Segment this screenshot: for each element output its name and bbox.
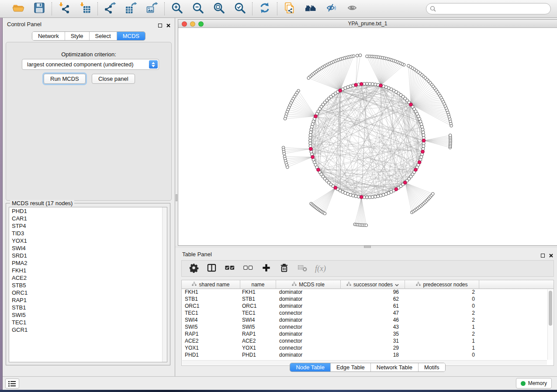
graph-node[interactable]: [323, 212, 326, 215]
graph-mcds-node[interactable]: [360, 196, 363, 199]
mcds-result-list[interactable]: PHD1CAR1STP4TID3YOX1SWI4SRD1PMA2FKH1ACE2…: [9, 207, 167, 362]
table-cell[interactable]: 62: [341, 296, 405, 303]
graph-node[interactable]: [354, 195, 357, 198]
tab-network[interactable]: Network: [32, 32, 65, 40]
column-header-MCDS-role[interactable]: MCDS role: [276, 280, 341, 289]
first-neighbors-button[interactable]: [304, 2, 318, 16]
table-cell[interactable]: SWI4: [182, 317, 240, 324]
table-cell[interactable]: 61: [341, 303, 405, 310]
export-network-button[interactable]: [103, 2, 117, 16]
graph-node[interactable]: [284, 117, 287, 120]
graph-node[interactable]: [310, 128, 313, 131]
table-cell[interactable]: 1: [405, 324, 479, 331]
import-network-button[interactable]: [57, 2, 71, 16]
table-row[interactable]: SWI5SWI5connector431: [182, 324, 547, 331]
export-table-button[interactable]: [124, 2, 138, 16]
tab-edge-table[interactable]: Edge Table: [331, 363, 371, 371]
graph-node[interactable]: [422, 134, 425, 137]
vertical-splitter-handle[interactable]: [176, 194, 177, 201]
scrollbar-thumb[interactable]: [549, 291, 552, 326]
table-cell[interactable]: dominator: [276, 296, 341, 303]
graph-mcds-node[interactable]: [309, 147, 313, 151]
table-row[interactable]: PHD1PHD1dominator180: [182, 352, 547, 359]
graph-mcds-node[interactable]: [334, 186, 337, 189]
float-panel-icon[interactable]: [158, 24, 162, 28]
graph-node[interactable]: [356, 54, 359, 57]
table-row[interactable]: TEC1TEC1connector472: [182, 310, 547, 317]
tab-node-table[interactable]: Node Table: [290, 363, 331, 371]
table-cell[interactable]: STB1: [182, 296, 240, 303]
minimize-window-icon[interactable]: [190, 21, 195, 27]
close-panel-icon[interactable]: [166, 21, 170, 29]
mcds-result-item[interactable]: RAP1: [9, 296, 167, 304]
graph-node[interactable]: [309, 131, 312, 134]
graph-node[interactable]: [307, 76, 310, 79]
table-cell[interactable]: ACE2: [182, 338, 240, 345]
memory-button[interactable]: Memory: [516, 378, 552, 389]
table-row[interactable]: YOX1YOX1connector291: [182, 345, 547, 352]
graph-node[interactable]: [286, 166, 289, 169]
table-row[interactable]: ORC1ORC1dominator610: [182, 303, 547, 310]
maximize-window-icon[interactable]: [198, 21, 204, 27]
delete-column-button[interactable]: [279, 263, 289, 275]
table-cell[interactable]: 1: [405, 345, 479, 352]
table-cell[interactable]: 2: [405, 317, 479, 324]
column-header-shared-name[interactable]: shared name: [182, 280, 240, 289]
table-cell[interactable]: connector: [276, 310, 341, 317]
mcds-result-item[interactable]: TEC1: [9, 319, 167, 326]
table-cell[interactable]: TEC1: [182, 310, 240, 317]
graph-mcds-node[interactable]: [317, 168, 320, 172]
table-cell[interactable]: 2: [405, 331, 479, 338]
mcds-result-item[interactable]: STB1: [9, 304, 167, 311]
graph-mcds-node[interactable]: [421, 150, 425, 154]
close-panel-button[interactable]: Close panel: [92, 74, 135, 84]
close-panel-icon[interactable]: [549, 251, 553, 259]
column-header-successor-nodes[interactable]: successor nodes: [341, 280, 405, 289]
export-image-button[interactable]: [145, 2, 159, 16]
mcds-result-item[interactable]: YOX1: [9, 237, 167, 244]
table-cell[interactable]: dominator: [276, 331, 341, 338]
graph-mcds-node[interactable]: [414, 168, 418, 172]
column-header-predecessor-nodes[interactable]: predecessor nodes: [405, 280, 479, 289]
table-vertical-scrollbar[interactable]: [547, 289, 553, 360]
graph-mcds-node[interactable]: [394, 188, 398, 191]
table-cell[interactable]: 0: [405, 296, 479, 303]
table-cell[interactable]: PHD1: [182, 352, 240, 359]
graph-node[interactable]: [449, 134, 452, 137]
graph-mcds-node[interactable]: [314, 115, 318, 118]
table-cell[interactable]: PHD1: [240, 352, 276, 359]
table-cell[interactable]: 31: [341, 338, 405, 345]
graph-mcds-node[interactable]: [409, 103, 413, 107]
table-cell[interactable]: 29: [341, 345, 405, 352]
float-panel-icon[interactable]: [541, 254, 545, 258]
zoom-fit-button[interactable]: [212, 2, 226, 16]
run-mcds-button[interactable]: Run MCDS: [44, 74, 86, 84]
graph-mcds-node[interactable]: [422, 139, 426, 142]
table-cell[interactable]: 18: [341, 352, 405, 359]
graph-node[interactable]: [374, 195, 377, 198]
refresh-layout-button[interactable]: [258, 2, 272, 16]
mcds-result-item[interactable]: FKH1: [9, 267, 167, 274]
column-settings-button[interactable]: [189, 263, 199, 275]
table-cell[interactable]: dominator: [276, 352, 341, 359]
graph-node[interactable]: [407, 64, 410, 67]
column-header-name[interactable]: name: [240, 280, 276, 289]
table-cell[interactable]: 2: [405, 289, 479, 296]
graph-node[interactable]: [374, 83, 377, 86]
table-cell[interactable]: RAP1: [182, 331, 240, 338]
graph-node[interactable]: [432, 193, 435, 196]
mcds-list-scrollbar[interactable]: [162, 207, 167, 362]
table-row[interactable]: FKH1FKH1dominator962: [182, 289, 547, 296]
show-all-button[interactable]: [346, 2, 360, 16]
zoom-out-button[interactable]: [191, 2, 205, 16]
toggle-panel-mode-button[interactable]: [207, 263, 217, 275]
table-row[interactable]: ACE2ACE2connector311: [182, 338, 547, 345]
graph-mcds-node[interactable]: [354, 83, 358, 87]
table-cell[interactable]: FKH1: [240, 289, 276, 296]
table-cell[interactable]: SWI4: [240, 317, 276, 324]
mcds-result-item[interactable]: SWI4: [9, 244, 167, 252]
table-cell[interactable]: dominator: [276, 289, 341, 296]
search-input[interactable]: [426, 3, 551, 14]
show-panels-button[interactable]: [5, 378, 19, 389]
table-cell[interactable]: 0: [405, 303, 479, 310]
